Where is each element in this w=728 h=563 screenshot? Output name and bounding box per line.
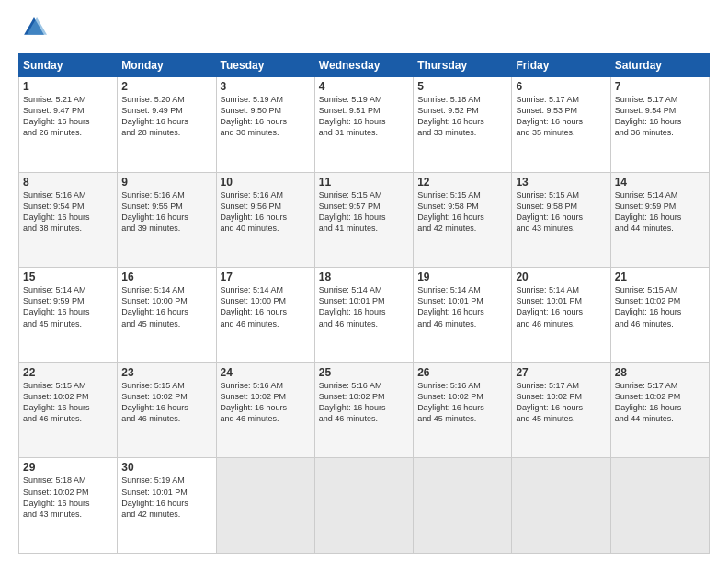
day-number: 24 (221, 366, 311, 379)
calendar-cell: 25Sunrise: 5:16 AM Sunset: 10:02 PM Dayl… (314, 362, 413, 458)
calendar-cell: 6Sunrise: 5:17 AM Sunset: 9:53 PM Daylig… (512, 77, 610, 173)
day-number: 10 (221, 176, 311, 189)
calendar-cell: 27Sunrise: 5:17 AM Sunset: 10:02 PM Dayl… (512, 362, 610, 458)
day-number: 8 (23, 176, 113, 189)
calendar-cell: 1Sunrise: 5:21 AM Sunset: 9:47 PM Daylig… (19, 77, 118, 173)
calendar-week-2: 8Sunrise: 5:16 AM Sunset: 9:54 PM Daylig… (19, 172, 710, 268)
day-number: 25 (319, 366, 409, 379)
calendar-cell: 10Sunrise: 5:16 AM Sunset: 9:56 PM Dayli… (216, 172, 314, 268)
calendar-cell: 19Sunrise: 5:14 AM Sunset: 10:01 PM Dayl… (414, 268, 512, 363)
day-info: Sunrise: 5:16 AM Sunset: 9:55 PM Dayligh… (121, 190, 211, 235)
day-info: Sunrise: 5:14 AM Sunset: 10:00 PM Daylig… (221, 284, 311, 329)
day-info: Sunrise: 5:19 AM Sunset: 10:01 PM Daylig… (121, 475, 211, 520)
header (18, 15, 710, 44)
day-info: Sunrise: 5:16 AM Sunset: 9:56 PM Dayligh… (221, 190, 311, 235)
day-info: Sunrise: 5:14 AM Sunset: 10:01 PM Daylig… (319, 284, 409, 329)
day-number: 15 (23, 270, 113, 283)
calendar-cell: 29Sunrise: 5:18 AM Sunset: 10:02 PM Dayl… (19, 458, 118, 554)
calendar-cell: 26Sunrise: 5:16 AM Sunset: 10:02 PM Dayl… (414, 362, 512, 458)
day-info: Sunrise: 5:19 AM Sunset: 9:51 PM Dayligh… (319, 94, 409, 139)
day-info: Sunrise: 5:14 AM Sunset: 9:59 PM Dayligh… (615, 190, 705, 235)
day-number: 9 (121, 176, 211, 189)
calendar-header-tuesday: Tuesday (216, 54, 314, 77)
day-number: 12 (417, 176, 507, 189)
calendar-cell (314, 458, 413, 554)
calendar-header-row: SundayMondayTuesdayWednesdayThursdayFrid… (19, 54, 710, 77)
calendar-cell: 15Sunrise: 5:14 AM Sunset: 9:59 PM Dayli… (19, 268, 118, 363)
day-number: 19 (417, 270, 507, 283)
day-number: 2 (121, 80, 211, 93)
calendar-cell: 2Sunrise: 5:20 AM Sunset: 9:49 PM Daylig… (118, 77, 216, 173)
page: SundayMondayTuesdayWednesdayThursdayFrid… (0, 0, 728, 563)
day-info: Sunrise: 5:14 AM Sunset: 10:01 PM Daylig… (417, 284, 507, 329)
calendar-cell: 12Sunrise: 5:15 AM Sunset: 9:58 PM Dayli… (414, 172, 512, 268)
day-info: Sunrise: 5:20 AM Sunset: 9:49 PM Dayligh… (121, 94, 211, 139)
calendar-cell: 9Sunrise: 5:16 AM Sunset: 9:55 PM Daylig… (118, 172, 216, 268)
day-number: 7 (615, 80, 705, 93)
day-info: Sunrise: 5:15 AM Sunset: 9:57 PM Dayligh… (319, 190, 409, 235)
calendar-cell: 28Sunrise: 5:17 AM Sunset: 10:02 PM Dayl… (610, 362, 709, 458)
calendar-header-friday: Friday (512, 54, 610, 77)
calendar-cell: 4Sunrise: 5:19 AM Sunset: 9:51 PM Daylig… (314, 77, 413, 173)
calendar-cell (512, 458, 610, 554)
calendar-cell: 21Sunrise: 5:15 AM Sunset: 10:02 PM Dayl… (610, 268, 709, 363)
day-number: 28 (615, 366, 705, 379)
day-number: 20 (516, 270, 606, 283)
day-number: 16 (121, 270, 211, 283)
day-info: Sunrise: 5:15 AM Sunset: 9:58 PM Dayligh… (516, 190, 606, 235)
day-number: 23 (121, 366, 211, 379)
calendar-cell: 30Sunrise: 5:19 AM Sunset: 10:01 PM Dayl… (118, 458, 216, 554)
day-number: 26 (417, 366, 507, 379)
calendar-cell (610, 458, 709, 554)
calendar-cell: 23Sunrise: 5:15 AM Sunset: 10:02 PM Dayl… (118, 362, 216, 458)
day-number: 30 (121, 461, 211, 474)
day-number: 22 (23, 366, 113, 379)
calendar-cell: 24Sunrise: 5:16 AM Sunset: 10:02 PM Dayl… (216, 362, 314, 458)
day-number: 21 (615, 270, 705, 283)
day-info: Sunrise: 5:17 AM Sunset: 9:54 PM Dayligh… (615, 94, 705, 139)
day-info: Sunrise: 5:21 AM Sunset: 9:47 PM Dayligh… (23, 94, 113, 139)
calendar-cell: 16Sunrise: 5:14 AM Sunset: 10:00 PM Dayl… (118, 268, 216, 363)
calendar-cell: 13Sunrise: 5:15 AM Sunset: 9:58 PM Dayli… (512, 172, 610, 268)
calendar-header-sunday: Sunday (19, 54, 118, 77)
day-number: 6 (516, 80, 606, 93)
calendar: SundayMondayTuesdayWednesdayThursdayFrid… (18, 53, 710, 554)
day-number: 17 (221, 270, 311, 283)
day-info: Sunrise: 5:17 AM Sunset: 10:02 PM Daylig… (516, 380, 606, 425)
day-number: 3 (221, 80, 311, 93)
day-info: Sunrise: 5:18 AM Sunset: 10:02 PM Daylig… (23, 475, 113, 520)
calendar-week-1: 1Sunrise: 5:21 AM Sunset: 9:47 PM Daylig… (19, 77, 710, 173)
logo (18, 15, 47, 44)
calendar-cell: 11Sunrise: 5:15 AM Sunset: 9:57 PM Dayli… (314, 172, 413, 268)
calendar-cell (216, 458, 314, 554)
day-info: Sunrise: 5:15 AM Sunset: 10:02 PM Daylig… (121, 380, 211, 425)
day-info: Sunrise: 5:16 AM Sunset: 9:54 PM Dayligh… (23, 190, 113, 235)
day-info: Sunrise: 5:17 AM Sunset: 9:53 PM Dayligh… (516, 94, 606, 139)
calendar-header-monday: Monday (118, 54, 216, 77)
day-info: Sunrise: 5:14 AM Sunset: 10:00 PM Daylig… (121, 284, 211, 329)
calendar-cell: 5Sunrise: 5:18 AM Sunset: 9:52 PM Daylig… (414, 77, 512, 173)
day-info: Sunrise: 5:19 AM Sunset: 9:50 PM Dayligh… (221, 94, 311, 139)
calendar-cell: 3Sunrise: 5:19 AM Sunset: 9:50 PM Daylig… (216, 77, 314, 173)
calendar-week-3: 15Sunrise: 5:14 AM Sunset: 9:59 PM Dayli… (19, 268, 710, 363)
day-info: Sunrise: 5:15 AM Sunset: 10:02 PM Daylig… (615, 284, 705, 329)
calendar-week-5: 29Sunrise: 5:18 AM Sunset: 10:02 PM Dayl… (19, 458, 710, 554)
day-number: 4 (319, 80, 409, 93)
calendar-header-wednesday: Wednesday (314, 54, 413, 77)
calendar-cell: 18Sunrise: 5:14 AM Sunset: 10:01 PM Dayl… (314, 268, 413, 363)
calendar-header-saturday: Saturday (610, 54, 709, 77)
day-info: Sunrise: 5:15 AM Sunset: 10:02 PM Daylig… (23, 380, 113, 425)
day-info: Sunrise: 5:16 AM Sunset: 10:02 PM Daylig… (417, 380, 507, 425)
day-info: Sunrise: 5:15 AM Sunset: 9:58 PM Dayligh… (417, 190, 507, 235)
day-number: 14 (615, 176, 705, 189)
day-info: Sunrise: 5:18 AM Sunset: 9:52 PM Dayligh… (417, 94, 507, 139)
day-info: Sunrise: 5:16 AM Sunset: 10:02 PM Daylig… (221, 380, 311, 425)
day-number: 27 (516, 366, 606, 379)
calendar-cell: 8Sunrise: 5:16 AM Sunset: 9:54 PM Daylig… (19, 172, 118, 268)
day-number: 18 (319, 270, 409, 283)
day-number: 5 (417, 80, 507, 93)
day-info: Sunrise: 5:14 AM Sunset: 10:01 PM Daylig… (516, 284, 606, 329)
calendar-cell: 14Sunrise: 5:14 AM Sunset: 9:59 PM Dayli… (610, 172, 709, 268)
day-number: 1 (23, 80, 113, 93)
calendar-cell: 7Sunrise: 5:17 AM Sunset: 9:54 PM Daylig… (610, 77, 709, 173)
